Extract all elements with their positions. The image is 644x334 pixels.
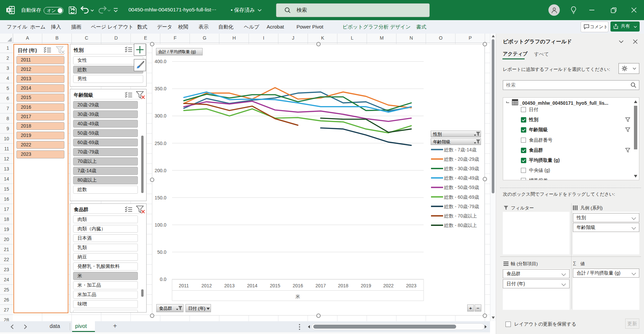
svg-text:総数 - 70歳以上: 総数 - 70歳以上 <box>444 213 477 219</box>
svg-text:2015: 2015 <box>270 283 280 288</box>
svg-text:2016: 2016 <box>292 283 303 288</box>
svg-text:0.0: 0.0 <box>160 277 167 282</box>
svg-text:300.0: 300.0 <box>155 113 166 118</box>
svg-text:250.0: 250.0 <box>155 141 166 146</box>
svg-text:2022: 2022 <box>383 283 393 288</box>
svg-text:2019: 2019 <box>361 283 371 288</box>
svg-text:400.0: 400.0 <box>155 59 166 64</box>
svg-text:100.0: 100.0 <box>155 222 166 228</box>
svg-text:2014: 2014 <box>247 283 257 288</box>
svg-text:総数 - 40歳-49歳: 総数 - 40歳-49歳 <box>444 175 479 181</box>
svg-text:総数 - 70歳-79歳: 総数 - 70歳-79歳 <box>444 204 479 209</box>
svg-text:2023: 2023 <box>406 283 416 288</box>
svg-text:総数 - 50歳-59歳: 総数 - 50歳-59歳 <box>444 185 479 190</box>
svg-text:2017: 2017 <box>315 283 326 288</box>
svg-text:総数 - 30歳-39歳: 総数 - 30歳-39歳 <box>444 166 479 171</box>
svg-text:総数 - 7歳-14歳: 総数 - 7歳-14歳 <box>444 147 476 152</box>
svg-text:350.0: 350.0 <box>155 86 166 91</box>
svg-text:200.0: 200.0 <box>155 168 166 173</box>
svg-text:総数 - 60歳-69歳: 総数 - 60歳-69歳 <box>444 194 479 200</box>
svg-text:米: 米 <box>296 294 300 299</box>
svg-text:X: X <box>7 8 10 12</box>
svg-text:2018: 2018 <box>338 283 348 288</box>
svg-text:2013: 2013 <box>224 283 234 288</box>
svg-text:50.0: 50.0 <box>157 249 166 255</box>
svg-text:2011: 2011 <box>179 283 189 288</box>
svg-text:総数 - 20歳-29歳: 総数 - 20歳-29歳 <box>444 156 479 162</box>
svg-text:2012: 2012 <box>201 283 212 288</box>
svg-text:150.0: 150.0 <box>155 195 166 200</box>
svg-text:総数 - 80歳以上: 総数 - 80歳以上 <box>444 223 477 228</box>
